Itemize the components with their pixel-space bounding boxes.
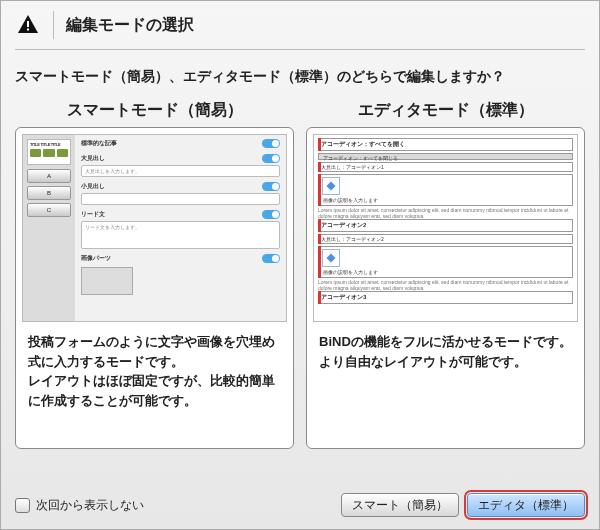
preview-input: 大見出しを入力します。 bbox=[81, 165, 280, 177]
dont-show-again-label: 次回から表示しない bbox=[36, 497, 144, 514]
editor-mode-description: BiNDの機能をフルに活かせるモードです。より自由なレイアウトが可能です。 bbox=[313, 322, 578, 375]
edit-mode-dialog: 編集モードの選択 スマートモード（簡易）、エディタモード（標準）のどちらで編集し… bbox=[0, 0, 600, 530]
preview-acc2-title: アコーディオン2 bbox=[321, 222, 366, 228]
dialog-footer: 次回から表示しない スマート（簡易） エディタ（標準） bbox=[15, 493, 585, 517]
preview-acc1-sub: 大見出し：アコーディオン1 bbox=[321, 164, 384, 170]
preview-close-all: アコーディオン：すべてを閉じる bbox=[321, 154, 400, 162]
preview-acc3-title: アコーディオン3 bbox=[321, 294, 366, 300]
svg-rect-0 bbox=[27, 21, 29, 27]
smart-mode-title: スマートモード（簡易） bbox=[67, 100, 243, 121]
preview-textarea: リード文を入力します。 bbox=[81, 221, 280, 249]
smart-mode-panel[interactable]: TITLE TITLE TITLE A B C 標準的な記事 大見出し 大見出し… bbox=[15, 127, 294, 449]
smart-mode-preview: TITLE TITLE TITLE A B C 標準的な記事 大見出し 大見出し… bbox=[22, 134, 287, 322]
preview-lead-label: リード文 bbox=[81, 210, 105, 219]
toggle-icon bbox=[262, 182, 280, 191]
preview-lorem: Lorem ipsum dolor sit amet, consectetur … bbox=[318, 280, 573, 291]
toggle-icon bbox=[262, 254, 280, 263]
dialog-title: 編集モードの選択 bbox=[66, 15, 194, 36]
smart-mode-column: スマートモード（簡易） TITLE TITLE TITLE A B C bbox=[15, 100, 294, 449]
diamond-icon bbox=[322, 249, 340, 267]
svg-rect-1 bbox=[27, 29, 29, 31]
checkbox-icon[interactable] bbox=[15, 498, 30, 513]
mode-panels: スマートモード（簡易） TITLE TITLE TITLE A B C bbox=[15, 100, 585, 449]
preview-lorem: Lorem ipsum dolor sit amet, consectetur … bbox=[318, 208, 573, 219]
title-separator bbox=[53, 11, 54, 39]
preview-side-button: B bbox=[27, 186, 71, 200]
preview-big-heading-label: 大見出し bbox=[81, 154, 105, 163]
preview-open-all: アコーディオン：すべてを開く bbox=[321, 141, 405, 147]
toggle-icon bbox=[262, 139, 280, 148]
preview-heading-label: 標準的な記事 bbox=[81, 139, 117, 148]
svg-marker-2 bbox=[327, 182, 336, 191]
preview-acc2-sub: 大見出し：アコーディオン2 bbox=[321, 236, 384, 242]
preview-side-button: A bbox=[27, 169, 71, 183]
dialog-question: スマートモード（簡易）、エディタモード（標準）のどちらで編集しますか？ bbox=[15, 50, 585, 100]
preview-caption: 画像の説明を入力します bbox=[321, 268, 570, 276]
preview-small-heading-label: 小見出し bbox=[81, 182, 105, 191]
preview-image-label: 画像パーツ bbox=[81, 254, 111, 263]
smart-mode-description: 投稿フォームのように文字や画像を穴埋め式に入力するモードです。レイアウトはほぼ固… bbox=[22, 322, 287, 414]
editor-mode-preview: アコーディオン：すべてを開く アコーディオン：すべてを閉じる 大見出し：アコーデ… bbox=[313, 134, 578, 322]
warning-icon bbox=[15, 12, 41, 38]
preview-input bbox=[81, 193, 280, 205]
diamond-icon bbox=[322, 177, 340, 195]
editor-mode-title: エディタモード（標準） bbox=[358, 100, 534, 121]
preview-side-button: C bbox=[27, 203, 71, 217]
preview-caption: 画像の説明を入力します bbox=[321, 196, 570, 204]
toggle-icon bbox=[262, 154, 280, 163]
dialog-titlebar: 編集モードの選択 bbox=[15, 1, 585, 50]
svg-marker-3 bbox=[327, 254, 336, 263]
editor-mode-column: エディタモード（標準） アコーディオン：すべてを開く アコーディオン：すべてを閉… bbox=[306, 100, 585, 449]
preview-image-thumb bbox=[81, 267, 133, 295]
toggle-icon bbox=[262, 210, 280, 219]
smart-mode-button[interactable]: スマート（簡易） bbox=[341, 493, 459, 517]
dont-show-again-option[interactable]: 次回から表示しない bbox=[15, 497, 144, 514]
editor-mode-button[interactable]: エディタ（標準） bbox=[467, 493, 585, 517]
editor-mode-panel[interactable]: アコーディオン：すべてを開く アコーディオン：すべてを閉じる 大見出し：アコーデ… bbox=[306, 127, 585, 449]
preview-card-title: TITLE TITLE TITLE bbox=[30, 142, 68, 147]
